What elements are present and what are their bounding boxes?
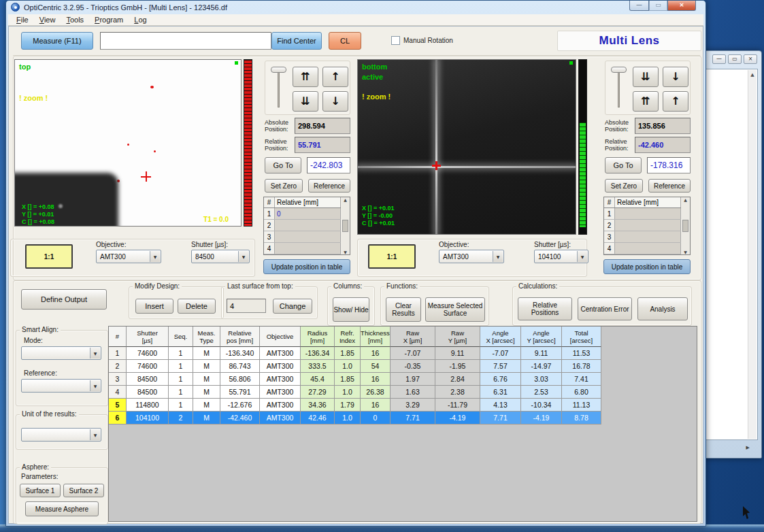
show-hide-button[interactable]: Show/ Hide — [333, 297, 369, 322]
table-cell[interactable]: -0.35 — [391, 360, 435, 373]
last-surface-value[interactable]: 4 — [227, 299, 266, 313]
position-row[interactable]: 4 — [264, 243, 341, 254]
analysis-button[interactable]: Analysis — [637, 297, 688, 320]
table-row[interactable]: 2746001M86.743AMT300333.51.054-0.35-1.95… — [109, 360, 697, 373]
scale-1to1-button[interactable]: 1:1 — [368, 244, 416, 269]
command-input[interactable] — [100, 32, 271, 50]
scroll-thumb[interactable] — [342, 220, 348, 232]
table-cell[interactable]: 2 — [169, 412, 193, 425]
relative-value-cell[interactable] — [615, 243, 681, 254]
table-cell[interactable]: 1 — [169, 360, 193, 373]
table-cell[interactable]: 1.0 — [335, 386, 361, 399]
table-cell[interactable]: M — [193, 360, 220, 373]
jog-up-button[interactable]: ↑ — [663, 91, 688, 112]
background-window[interactable]: — ▭ × ▲ ▶ — [701, 50, 762, 459]
relative-value-cell[interactable] — [615, 231, 681, 242]
table-cell[interactable]: 4.13 — [480, 399, 521, 412]
table-cell[interactable]: M — [193, 373, 220, 386]
scale-1to1-button[interactable]: 1:1 — [25, 244, 73, 269]
table-cell[interactable]: 1.63 — [391, 386, 435, 399]
table-cell[interactable]: -136.34 — [301, 347, 335, 360]
change-button[interactable]: Change — [273, 299, 312, 314]
relative-positions-button[interactable]: Relative Positions — [518, 297, 572, 320]
table-cell[interactable]: 114800 — [127, 399, 169, 412]
measure-selected-surface-button[interactable]: Measure Selected Surface — [425, 297, 485, 322]
table-cell[interactable]: -7.07 — [391, 347, 435, 360]
table-cell[interactable]: 27.29 — [301, 386, 335, 399]
table-cell[interactable]: -10.34 — [521, 399, 562, 412]
table-cell[interactable]: 7.57 — [480, 360, 521, 373]
delete-button[interactable]: Delete — [178, 299, 216, 314]
table-cell[interactable]: 86.743 — [220, 360, 260, 373]
table-cell[interactable]: 1 — [109, 347, 127, 360]
scroll-up-icon[interactable]: ▲ — [684, 197, 687, 202]
table-cell[interactable]: 1.85 — [335, 347, 361, 360]
chevron-down-icon[interactable]: ▼ — [577, 251, 587, 262]
table-cell[interactable]: 54 — [361, 360, 391, 373]
insert-button[interactable]: Insert — [135, 299, 173, 314]
define-output-button[interactable]: Define Output — [21, 289, 107, 310]
table-cell[interactable]: 11.53 — [562, 347, 601, 360]
menu-program[interactable]: Program — [89, 15, 129, 24]
objective-select[interactable]: AMT300▼ — [96, 250, 161, 263]
table-cell[interactable]: 9.11 — [521, 347, 562, 360]
table-cell[interactable]: 11.13 — [562, 399, 601, 412]
table-cell[interactable]: -1.95 — [435, 360, 480, 373]
table-cell[interactable]: 7.71 — [391, 412, 435, 425]
table-cell[interactable]: 6.76 — [480, 373, 521, 386]
menu-tools[interactable]: Tools — [61, 15, 89, 24]
table-row[interactable]: 4845001M55.791AMT30027.291.026.381.632.3… — [109, 386, 697, 399]
table-cell[interactable]: 74600 — [127, 347, 169, 360]
set-zero-button[interactable]: Set Zero — [605, 179, 643, 193]
reference-select[interactable]: ▼ — [21, 379, 101, 393]
close-icon[interactable]: × — [744, 54, 757, 64]
table-cell[interactable]: 16 — [361, 373, 391, 386]
table-cell[interactable]: M — [193, 347, 220, 360]
centration-error-button[interactable]: Centration Error — [578, 297, 632, 320]
table-cell[interactable]: 0 — [361, 412, 391, 425]
scroll-thumb[interactable] — [682, 220, 688, 232]
table-cell[interactable]: -136.340 — [220, 347, 260, 360]
table-cell[interactable]: 74600 — [127, 360, 169, 373]
jog-fast-up-button[interactable]: ⇈ — [633, 91, 659, 112]
position-row[interactable]: 3 — [604, 231, 681, 243]
table-cell[interactable]: -14.97 — [521, 360, 562, 373]
scroll-down-icon[interactable]: ▼ — [344, 250, 347, 254]
table-cell[interactable]: 84500 — [127, 373, 169, 386]
menu-log[interactable]: Log — [129, 15, 152, 24]
table-cell[interactable]: M — [193, 386, 220, 399]
clear-results-button[interactable]: Clear Results — [386, 297, 421, 322]
table-cell[interactable]: -7.07 — [480, 347, 521, 360]
table-cell[interactable]: 1.85 — [335, 373, 361, 386]
table-row[interactable]: 1746001M-136.340AMT300-136.341.8516-7.07… — [109, 347, 697, 360]
table-cell[interactable]: 2.38 — [435, 386, 480, 399]
menu-file[interactable]: File — [11, 15, 34, 24]
go-to-button[interactable]: Go To — [605, 157, 642, 173]
table-cell[interactable]: 6 — [109, 412, 127, 425]
left-camera-view[interactable]: top ! zoom ! X [] = +0.08Y [] = +0.01C [… — [14, 59, 242, 227]
table-cell[interactable]: 333.5 — [301, 360, 335, 373]
table-cell[interactable]: 1 — [169, 347, 193, 360]
scroll-up-icon[interactable]: ▲ — [344, 197, 347, 202]
position-row[interactable]: 10 — [264, 208, 341, 220]
table-cell[interactable]: 6.80 — [562, 386, 601, 399]
focus-slider-track[interactable] — [278, 68, 280, 107]
table-row[interactable]: 3845001M56.806AMT30045.41.85161.972.846.… — [109, 373, 697, 386]
jog-fast-down-button[interactable]: ⇊ — [293, 91, 318, 112]
table-cell[interactable]: M — [193, 412, 220, 425]
relative-value-cell[interactable] — [615, 220, 681, 231]
focus-slider-track[interactable] — [618, 68, 620, 107]
focus-slider-handle[interactable] — [271, 67, 286, 73]
table-cell[interactable]: 1.0 — [335, 360, 361, 373]
table-cell[interactable]: M — [193, 399, 220, 412]
table-cell[interactable]: 5 — [109, 399, 127, 412]
vertical-scrollbar[interactable]: ▲ — [748, 70, 757, 439]
relative-value-cell[interactable] — [275, 220, 341, 231]
position-row[interactable]: 2 — [604, 220, 681, 231]
table-cell[interactable]: 1.0 — [335, 412, 361, 425]
chevron-down-icon[interactable]: ▼ — [90, 380, 100, 391]
maximize-icon[interactable]: ▭ — [728, 54, 742, 64]
table-cell[interactable]: 4 — [109, 386, 127, 399]
set-zero-button[interactable]: Set Zero — [265, 179, 303, 193]
scroll-down-icon[interactable]: ▼ — [684, 250, 687, 254]
